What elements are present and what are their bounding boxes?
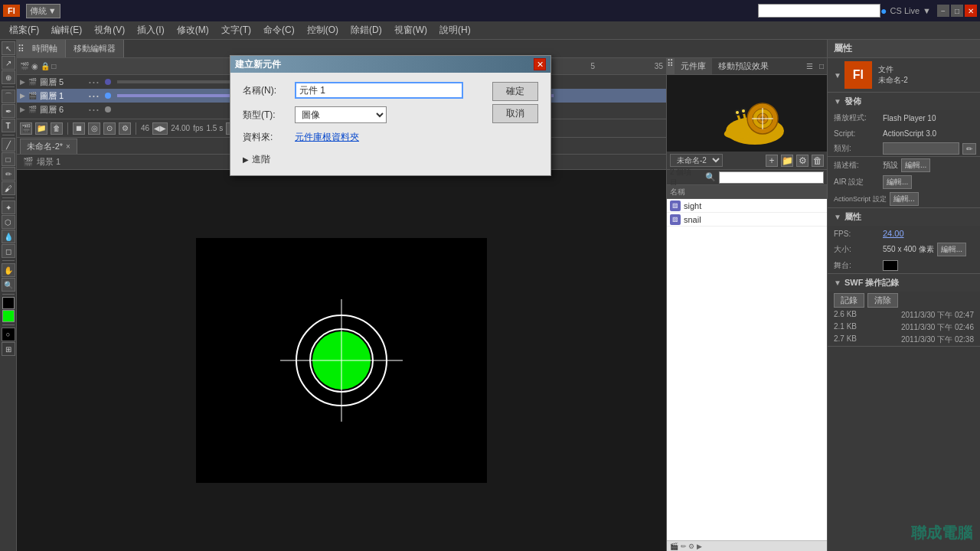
library-doc-dropdown[interactable]: 未命名-2	[670, 154, 723, 167]
tool-line[interactable]: ╱	[2, 138, 15, 152]
menu-commands[interactable]: 命令(C)	[257, 22, 301, 38]
svg-point-12	[742, 109, 745, 112]
doc-fl-icon: Fl	[844, 61, 872, 89]
search-area	[758, 4, 880, 18]
layer-folder-btn[interactable]: 📁	[35, 122, 47, 135]
library-new-btn[interactable]: +	[766, 155, 778, 167]
onion-settings-btn[interactable]: ⚙	[119, 122, 131, 135]
tab-library[interactable]: 元件庫	[675, 58, 712, 74]
record-btn[interactable]: 記錄	[834, 293, 864, 308]
script-label: Script:	[834, 129, 880, 138]
close-button[interactable]: ✕	[965, 5, 977, 17]
layer-delete-btn[interactable]: 🗑	[51, 122, 63, 135]
tool-text[interactable]: T	[2, 119, 15, 132]
workspace-dropdown[interactable]: 傳統 ▼	[26, 4, 60, 18]
class-input[interactable]	[883, 142, 959, 155]
menu-window[interactable]: 視窗(W)	[388, 22, 433, 38]
props-swf-header[interactable]: ▼ SWF 操作記錄	[828, 274, 980, 292]
props-doc-section: ▼ Fl 文件 未命名-2	[828, 58, 980, 93]
dialog-source-link[interactable]: 元件庫根資料夾	[295, 131, 359, 144]
stroke-color[interactable]	[2, 297, 15, 309]
tool-select[interactable]: ↖	[2, 41, 15, 55]
library-settings-btn[interactable]: □	[816, 62, 827, 70]
tool-pen[interactable]: ✒	[2, 104, 15, 118]
menu-control[interactable]: 控制(O)	[301, 22, 345, 38]
timeline-drag-handle[interactable]: ⠿	[17, 40, 24, 57]
as-edit-btn[interactable]: 編輯...	[890, 192, 919, 206]
dialog-close-button[interactable]: ✕	[534, 58, 546, 70]
minimize-button[interactable]: −	[937, 5, 949, 17]
library-drag-handle[interactable]: ⠿	[667, 58, 675, 74]
props-publish-header[interactable]: ▼ 發佈	[828, 93, 980, 110]
size-edit-btn[interactable]: 編輯...	[937, 243, 966, 256]
menu-edit[interactable]: 編輯(E)	[45, 22, 88, 38]
library-item-snail[interactable]: ▨ snail	[667, 213, 827, 227]
menu-text[interactable]: 文字(T)	[215, 22, 257, 38]
tool-paint[interactable]: ⬡	[2, 215, 15, 229]
props-attrs-header[interactable]: ▼ 屬性	[828, 208, 980, 226]
clear-btn[interactable]: 清除	[867, 293, 898, 308]
tool-eraser[interactable]: ◻	[2, 244, 15, 258]
dialog-confirm-btn[interactable]: 確定	[492, 82, 538, 101]
library-props-btn[interactable]: ⚙	[796, 155, 808, 167]
tab-timeline[interactable]: 時間軸	[24, 40, 66, 57]
frame-nav-btn[interactable]: ◀▶	[152, 122, 168, 135]
tool-zoom[interactable]: 🔍	[2, 278, 15, 292]
library-item-sight-icon: ▨	[670, 201, 681, 211]
restore-button[interactable]: □	[951, 5, 963, 17]
tool-snap-pixel[interactable]: ⊞	[2, 342, 15, 356]
fps-value[interactable]: 24.00	[883, 229, 904, 238]
fill-color[interactable]	[2, 310, 15, 322]
props-profile-section: 描述檔: 預設 編輯... AIR 設定 編輯... ActionScript …	[828, 157, 980, 208]
profile-edit-btn[interactable]: 編輯...	[901, 158, 930, 172]
air-edit-btn[interactable]: 編輯...	[883, 175, 912, 189]
tool-pencil[interactable]: ✏	[2, 167, 15, 181]
menu-modify[interactable]: 修改(M)	[171, 22, 215, 38]
advanced-toggle[interactable]: ▶ 進階	[243, 153, 483, 166]
library-delete-btn[interactable]: 🗑	[812, 155, 824, 167]
dialog-title-bar: 建立新元件 ✕	[230, 56, 550, 73]
props-doc-header[interactable]: ▼ Fl 文件 未命名-2	[828, 58, 980, 92]
onion-skin-btn[interactable]: ◎	[88, 122, 100, 135]
library-item-sight[interactable]: ▨ sight	[667, 199, 827, 213]
menu-view[interactable]: 視角(V)	[88, 22, 131, 38]
player-label: 播放程式:	[834, 112, 880, 123]
play-stop-btn[interactable]: ⏹	[73, 122, 85, 135]
stage-area[interactable]	[17, 170, 666, 551]
tool-lasso[interactable]: ⌒	[2, 90, 15, 103]
dialog-name-input[interactable]	[295, 82, 463, 99]
library-columns: 名稱	[667, 185, 827, 199]
properties-panel: 屬性 ▼ Fl 文件 未命名-2 ▼ 發佈 播放程式: Flash Player…	[827, 40, 980, 551]
tool-brush[interactable]: 🖌	[2, 181, 15, 195]
props-doc-name: 未命名-2	[878, 75, 908, 86]
menu-help[interactable]: 說明(H)	[433, 22, 477, 38]
tool-bonedeco[interactable]: ✦	[2, 201, 15, 214]
library-search-input[interactable]	[719, 171, 824, 184]
doc-tab-close[interactable]: ×	[66, 142, 70, 151]
tool-eyedrop[interactable]: 💧	[2, 230, 15, 243]
log-2-date: 2011/3/30 下午 02:38	[901, 334, 974, 345]
left-toolbar: ↖ ↗ ⊕ ⌒ ✒ T ╱ □ ✏ 🖌 ✦ ⬡ 💧 ◻ ✋ 🔍 ○ ⊞	[0, 40, 17, 551]
toolbar-separator-2	[2, 135, 15, 135]
stage-color[interactable]	[883, 260, 898, 271]
library-menu-btn[interactable]: ☰	[803, 62, 816, 70]
layer-add-btn[interactable]: 🎬	[20, 122, 32, 135]
tool-3d[interactable]: ⊕	[2, 70, 15, 84]
tool-hand[interactable]: ✋	[2, 263, 15, 277]
menu-file[interactable]: 檔案(F)	[3, 22, 45, 38]
onion-outline-btn[interactable]: ⊙	[103, 122, 116, 135]
tool-subselect[interactable]: ↗	[2, 56, 15, 70]
class-edit-btn[interactable]: ✏	[962, 143, 976, 155]
library-new-folder-btn[interactable]: 📁	[781, 155, 793, 167]
ctrl-separator-2	[136, 122, 136, 135]
tool-rect[interactable]: □	[2, 152, 15, 166]
tab-motion-presets[interactable]: 移動預設效果	[712, 58, 775, 74]
tool-snap-object[interactable]: ○	[2, 328, 15, 341]
search-input[interactable]	[758, 4, 880, 18]
dialog-cancel-btn[interactable]: 取消	[492, 104, 538, 123]
menu-debug[interactable]: 除錯(D)	[345, 22, 388, 38]
dialog-type-select[interactable]: 圖像	[295, 106, 387, 123]
menu-insert[interactable]: 插入(I)	[131, 22, 170, 38]
tab-motion-editor[interactable]: 移動編輯器	[66, 40, 124, 57]
doc-tab-item[interactable]: 未命名-2* ×	[20, 139, 77, 154]
